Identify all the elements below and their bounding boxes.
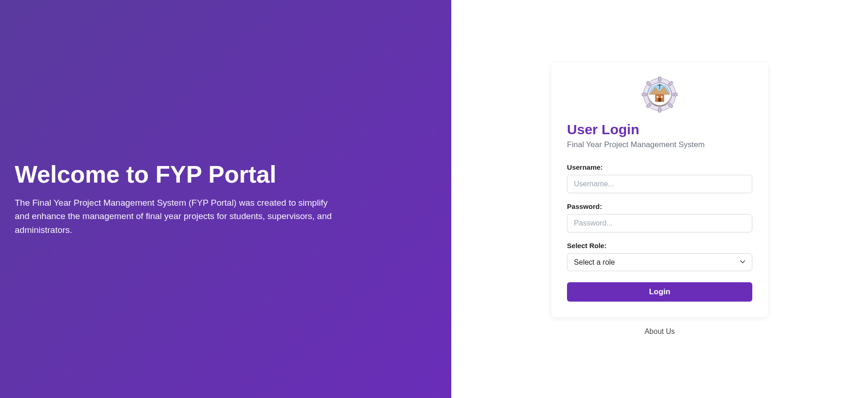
svg-rect-4 bbox=[673, 93, 678, 95]
svg-rect-15 bbox=[658, 98, 661, 101]
login-title: User Login bbox=[567, 122, 752, 137]
svg-rect-3 bbox=[642, 93, 647, 95]
username-group: Username: bbox=[567, 163, 752, 193]
role-group: Select Role: Select a role bbox=[567, 242, 752, 271]
welcome-panel: Welcome to FYP Portal The Final Year Pro… bbox=[0, 0, 451, 398]
logo-container bbox=[567, 77, 752, 113]
svg-rect-13 bbox=[657, 96, 658, 98]
login-panel: User Login Final Year Project Management… bbox=[451, 0, 868, 398]
institution-logo-icon bbox=[642, 77, 678, 113]
username-label: Username: bbox=[567, 163, 752, 171]
welcome-title: Welcome to FYP Portal bbox=[15, 161, 437, 188]
username-input[interactable] bbox=[567, 175, 752, 193]
welcome-description: The Final Year Project Management System… bbox=[15, 196, 337, 237]
password-input[interactable] bbox=[567, 214, 752, 232]
password-group: Password: bbox=[567, 202, 752, 232]
login-button[interactable]: Login bbox=[567, 282, 752, 302]
login-subtitle: Final Year Project Management System bbox=[567, 140, 752, 149]
about-us-link[interactable]: About Us bbox=[644, 327, 675, 336]
password-label: Password: bbox=[567, 202, 752, 210]
svg-rect-1 bbox=[658, 77, 661, 82]
role-select[interactable]: Select a role bbox=[567, 253, 752, 271]
role-label: Select Role: bbox=[567, 242, 752, 249]
login-card: User Login Final Year Project Management… bbox=[551, 63, 768, 317]
svg-rect-2 bbox=[658, 107, 661, 113]
svg-rect-14 bbox=[661, 96, 662, 98]
